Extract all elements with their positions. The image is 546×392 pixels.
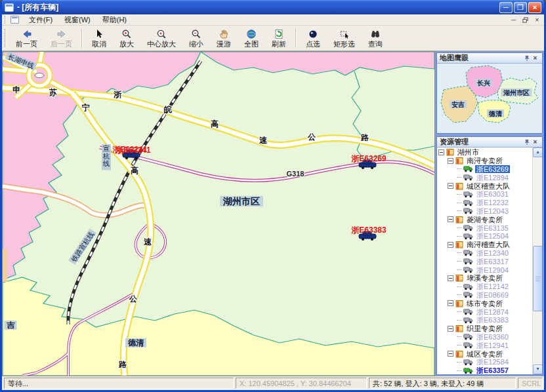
tree-vehicle-item[interactable]: 浙E63383 bbox=[437, 316, 532, 324]
toolbar-button-zoom-in[interactable]: 放大 bbox=[113, 26, 140, 50]
tree-node-org-5[interactable]: 练市专卖所 bbox=[437, 299, 532, 307]
collapse-icon[interactable] bbox=[448, 183, 453, 189]
status-coordinates: X: 120.45904825 , Y: 30.84466204 bbox=[236, 378, 367, 389]
collapse-icon[interactable] bbox=[438, 149, 444, 155]
menu-item-2[interactable]: 帮助(H) bbox=[96, 15, 133, 24]
toolbar-button-point-select[interactable]: 点选 bbox=[299, 26, 327, 50]
tree-node-org-6[interactable]: 织里专卖所 bbox=[437, 324, 532, 333]
tree-vehicle-item[interactable]: 浙E12584 bbox=[437, 358, 532, 366]
menu-item-1[interactable]: 视窗(W) bbox=[58, 15, 96, 24]
toolbar-button-refresh[interactable]: 刷新 bbox=[265, 26, 293, 50]
tree-vehicle-item[interactable]: 浙E12142 bbox=[437, 283, 532, 291]
resources-close-icon[interactable]: × bbox=[531, 138, 539, 146]
toolbar-button-label: 点选 bbox=[304, 39, 322, 49]
toolbar-button-cursor[interactable]: 取消 bbox=[85, 26, 113, 50]
tree-node-root[interactable]: 湖州市 bbox=[437, 148, 532, 157]
tree-node-org-3[interactable]: 南浔稽查大队 bbox=[437, 241, 532, 249]
toolbar-grip[interactable] bbox=[5, 29, 7, 47]
svg-text:浙E63269: 浙E63269 bbox=[351, 154, 387, 163]
collapse-icon[interactable] bbox=[448, 158, 453, 164]
overview-close-icon[interactable]: × bbox=[531, 54, 539, 62]
tree-vehicle-item[interactable]: 浙E12232 bbox=[437, 199, 532, 207]
mdi-minimize-button[interactable]: ─ bbox=[508, 15, 519, 24]
map-road-name-char: 宁 bbox=[81, 103, 90, 112]
overview-panel-header: 地图鹰眼 × bbox=[437, 53, 542, 64]
scrollbar-thumb[interactable] bbox=[533, 246, 542, 311]
resources-panel: 资源管理 × 湖州市南浔专卖所浙E63269浙E12894城区稽查大队浙E630… bbox=[436, 136, 543, 375]
toolbar-button-rect-select[interactable]: 矩形选 bbox=[327, 26, 362, 50]
tree-vehicle-item[interactable]: 浙E63135 bbox=[437, 224, 532, 232]
tree-vehicle-item[interactable]: 浙E12874 bbox=[437, 307, 532, 316]
menu-item-0[interactable]: 文件(F) bbox=[23, 15, 58, 24]
tree-vehicle-item[interactable]: 浙E12941 bbox=[437, 341, 532, 349]
scroll-down-icon[interactable]: ▼ bbox=[533, 364, 542, 374]
svg-text:湖州市区: 湖州市区 bbox=[503, 89, 530, 96]
svg-text:浙E63241: 浙E63241 bbox=[116, 146, 151, 155]
truck-offline-icon bbox=[463, 258, 473, 265]
overview-panel-title: 地图鹰眼 bbox=[440, 53, 522, 63]
tree-vehicle-item[interactable]: 浙E12894 bbox=[437, 173, 532, 182]
mdi-close-button[interactable]: × bbox=[532, 15, 543, 24]
titlebar: - [所有车辆] ─ ❐ × bbox=[2, 0, 544, 14]
tree-node-org-7[interactable]: 城区专卖所 bbox=[437, 349, 532, 358]
map-road-name-char: 公 bbox=[129, 294, 138, 304]
resources-panel-header: 资源管理 × bbox=[437, 137, 542, 147]
collapse-icon[interactable] bbox=[448, 242, 453, 248]
menubar-grip[interactable] bbox=[5, 16, 7, 24]
building-icon bbox=[455, 216, 463, 224]
truck-offline-icon bbox=[463, 342, 473, 349]
pin-icon[interactable] bbox=[522, 138, 531, 146]
restore-button[interactable]: ❐ bbox=[514, 2, 527, 13]
map-road-label: G318 bbox=[287, 170, 304, 178]
tree-node-org-0[interactable]: 南浔专卖所 bbox=[437, 157, 532, 165]
toolbar-button-zoom-out[interactable]: 缩小 bbox=[182, 26, 210, 50]
mdi-restore-button[interactable] bbox=[520, 15, 531, 24]
toolbar-button-arrow-left[interactable]: 前一页 bbox=[9, 26, 44, 50]
tree-node-org-2[interactable]: 菱湖专卖所 bbox=[437, 215, 532, 224]
map-canvas[interactable]: 申苏浙皖高速公路宁高速公路G318长湖申线宣杭线铁路宣杭线湖州市区德清吉 浙E6… bbox=[2, 51, 435, 376]
scroll-up-icon[interactable]: ▲ bbox=[533, 147, 542, 157]
tree-node-org-4[interactable]: 埭溪专卖所 bbox=[437, 274, 532, 283]
map-region-label: 德清 bbox=[125, 338, 146, 347]
tree-connector bbox=[457, 203, 462, 203]
minimize-button[interactable]: ─ bbox=[499, 2, 513, 13]
collapse-icon[interactable] bbox=[448, 326, 453, 332]
toolbar-button-search[interactable]: 查询 bbox=[362, 26, 389, 50]
tree-vehicle-item[interactable]: 浙E63269 bbox=[437, 165, 532, 174]
rect-select-icon bbox=[339, 28, 350, 39]
close-button[interactable]: × bbox=[528, 2, 541, 13]
zoom-out-icon bbox=[191, 28, 201, 39]
tree-connector bbox=[457, 177, 462, 178]
tree-vehicle-item[interactable]: 浙E08669 bbox=[437, 291, 532, 300]
truck-offline-icon bbox=[463, 283, 473, 290]
tree-connector bbox=[457, 294, 462, 295]
tree-vehicle-item[interactable]: 浙E12504 bbox=[437, 232, 532, 241]
map-road-name-char: 速 bbox=[143, 237, 152, 246]
tree-vehicle-item[interactable]: 浙E63360 bbox=[437, 333, 532, 342]
toolbar-button-globe[interactable]: 全图 bbox=[238, 26, 265, 50]
tree-scrollbar[interactable]: ▲ ▼ bbox=[532, 147, 542, 374]
tree-node-label: 城区稽查大队 bbox=[465, 182, 511, 190]
pin-icon[interactable] bbox=[522, 54, 531, 62]
collapse-icon[interactable] bbox=[448, 275, 453, 281]
tree-vehicle-item[interactable]: 浙E63031 bbox=[437, 190, 532, 199]
tree-vehicle-item[interactable]: 浙E12904 bbox=[437, 265, 532, 274]
toolbar-button-zoom-center[interactable]: 中心放大 bbox=[140, 26, 182, 50]
tree-vehicle-item[interactable]: 浙E63357 bbox=[437, 366, 532, 374]
tree-vehicle-item[interactable]: 浙E63317 bbox=[437, 257, 532, 265]
toolbar-button-arrow-right: 后一页 bbox=[44, 26, 79, 50]
tree-vehicle-item[interactable]: 浙E12340 bbox=[437, 249, 532, 258]
tree-connector bbox=[457, 286, 462, 287]
vehicle-plate-label: 浙E12340 bbox=[475, 249, 510, 257]
overview-map[interactable]: 长兴湖州市区安吉德清 bbox=[437, 64, 542, 134]
collapse-icon[interactable] bbox=[448, 300, 453, 306]
toolbar-button-label: 刷新 bbox=[270, 39, 287, 49]
toolbar-button-label: 查询 bbox=[367, 39, 384, 49]
tree-vehicle-item[interactable]: 浙E12043 bbox=[437, 207, 532, 216]
collapse-icon[interactable] bbox=[448, 216, 453, 222]
collapse-icon[interactable] bbox=[448, 351, 453, 357]
vehicle-plate-label: 浙E12941 bbox=[475, 342, 510, 349]
truck-offline-icon bbox=[463, 359, 473, 366]
toolbar-button-pan-hand[interactable]: 漫游 bbox=[210, 26, 238, 50]
tree-node-org-1[interactable]: 城区稽查大队 bbox=[437, 182, 532, 190]
